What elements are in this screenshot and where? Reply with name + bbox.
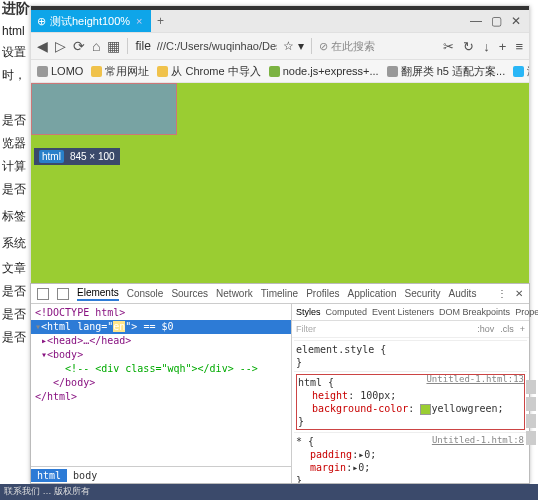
restore-button[interactable]: ↻ bbox=[463, 39, 474, 54]
page-footer: 联系我们 … 版权所有 bbox=[0, 484, 538, 500]
page-viewport: html 845 × 100 bbox=[31, 83, 529, 283]
dom-line[interactable]: <!DOCTYPE html> bbox=[31, 306, 291, 320]
bookmark-label: 从 Chrome 中导入 bbox=[171, 64, 260, 79]
separator bbox=[311, 38, 312, 54]
dom-line-selected[interactable]: ▾<html lang="en"> == $0 bbox=[31, 320, 291, 334]
crumb-body[interactable]: body bbox=[67, 469, 103, 482]
bm-node[interactable]: node.js+express+... bbox=[269, 65, 379, 77]
sidebar-line: 设置 bbox=[2, 44, 30, 61]
speed-dial-button[interactable]: ▦ bbox=[107, 38, 120, 54]
sidebar-line: 览器 bbox=[2, 135, 30, 152]
styles-pane: Styles Computed Event Listeners DOM Brea… bbox=[292, 304, 529, 483]
sidetab-props[interactable]: Properties bbox=[515, 307, 538, 317]
sidetab-styles[interactable]: Styles bbox=[296, 307, 321, 317]
thumbnail-strip bbox=[526, 380, 536, 445]
search-placeholder[interactable]: 在此搜索 bbox=[331, 39, 375, 54]
favicon-icon bbox=[37, 66, 48, 77]
dom-tree-pane: <!DOCTYPE html> ▾<html lang="en"> == $0 … bbox=[31, 304, 292, 483]
globe-icon: ⊕ bbox=[37, 15, 46, 28]
back-button[interactable]: ◀ bbox=[37, 38, 48, 54]
css-rule[interactable]: Untitled-1.html:8 * { padding:▸0; margin… bbox=[294, 432, 527, 483]
tab-audits[interactable]: Audits bbox=[449, 288, 477, 299]
breadcrumb: html body bbox=[31, 466, 291, 483]
dom-line[interactable]: </body> bbox=[31, 376, 291, 390]
devtools-menu-icon[interactable]: ⋮ bbox=[497, 288, 507, 299]
bookmark-star-icon[interactable]: ☆ bbox=[283, 39, 294, 53]
dom-line[interactable]: <!-- <div class="wqh"></div> --> bbox=[31, 362, 291, 376]
sidebar-heading: 进阶 bbox=[2, 0, 30, 18]
bm-manyi[interactable]: 满意家居电商平台... bbox=[513, 64, 529, 79]
color-swatch-icon[interactable] bbox=[420, 404, 431, 415]
bookmark-label: 翻屏类 h5 适配方案... bbox=[401, 64, 506, 79]
filter-input[interactable]: Filter bbox=[296, 324, 316, 334]
thumb[interactable] bbox=[526, 380, 536, 394]
tab-title: 测试height100% bbox=[50, 14, 130, 29]
sidebar-line: 是否 bbox=[2, 112, 30, 129]
url-scheme: file bbox=[135, 39, 150, 53]
bm-h5[interactable]: 翻屏类 h5 适配方案... bbox=[387, 64, 506, 79]
dom-line[interactable]: ▾<body> bbox=[31, 348, 291, 362]
browser-tab-active[interactable]: ⊕ 测试height100% × bbox=[31, 10, 151, 32]
sidetab-listeners[interactable]: Event Listeners bbox=[372, 307, 434, 317]
sidetab-computed[interactable]: Computed bbox=[326, 307, 368, 317]
dom-line[interactable]: ▸<head>…</head> bbox=[31, 334, 291, 348]
forward-button[interactable]: ▷ bbox=[55, 38, 66, 54]
new-tab-button[interactable]: + bbox=[151, 10, 171, 32]
thumb[interactable] bbox=[526, 414, 536, 428]
thumb[interactable] bbox=[526, 431, 536, 445]
thumb[interactable] bbox=[526, 397, 536, 411]
rule-close: } bbox=[298, 415, 523, 428]
tab-network[interactable]: Network bbox=[216, 288, 253, 299]
css-rule[interactable]: element.style { } bbox=[294, 340, 527, 371]
downloads-button[interactable]: ↓ bbox=[483, 39, 490, 54]
bm-lomo[interactable]: LOMO bbox=[37, 65, 83, 77]
tab-close-icon[interactable]: × bbox=[134, 15, 144, 27]
bm-common[interactable]: 常用网址 bbox=[91, 64, 149, 79]
css-rule[interactable]: Untitled-1.html:13 html { height: 100px;… bbox=[294, 371, 527, 432]
tab-application[interactable]: Application bbox=[348, 288, 397, 299]
folder-icon bbox=[157, 66, 168, 77]
sidebar-line: 系统 bbox=[2, 235, 30, 252]
tab-security[interactable]: Security bbox=[404, 288, 440, 299]
tab-sources[interactable]: Sources bbox=[171, 288, 208, 299]
rule-source-link[interactable]: Untitled-1.html:8 bbox=[432, 434, 524, 447]
new-rule-button[interactable]: + bbox=[520, 324, 525, 334]
bm-chrome[interactable]: 从 Chrome 中导入 bbox=[157, 64, 260, 79]
home-button[interactable]: ⌂ bbox=[92, 38, 100, 54]
reload-button[interactable]: ⟳ bbox=[73, 38, 85, 54]
menu-button[interactable]: ≡ bbox=[515, 39, 523, 54]
tab-console[interactable]: Console bbox=[127, 288, 164, 299]
crumb-html[interactable]: html bbox=[31, 469, 67, 482]
minimize-button[interactable]: — bbox=[470, 14, 482, 28]
cls-toggle[interactable]: .cls bbox=[500, 324, 514, 334]
tab-elements[interactable]: Elements bbox=[77, 287, 119, 301]
hov-toggle[interactable]: :hov bbox=[477, 324, 494, 334]
maximize-button[interactable]: ▢ bbox=[491, 14, 502, 28]
sidebar-line: 计算 bbox=[2, 158, 30, 175]
favicon-icon bbox=[513, 66, 524, 77]
address-input[interactable] bbox=[155, 39, 279, 53]
sidebar-line: 是否 bbox=[2, 181, 30, 198]
favicon-icon bbox=[387, 66, 398, 77]
inspected-element-highlight bbox=[31, 83, 177, 135]
close-window-button[interactable]: ✕ bbox=[511, 14, 521, 28]
sidetab-dombp[interactable]: DOM Breakpoints bbox=[439, 307, 510, 317]
sidebar-line: 是否 bbox=[2, 306, 30, 323]
dom-line[interactable]: </html> bbox=[31, 390, 291, 404]
favicon-icon bbox=[269, 66, 280, 77]
extensions-button[interactable]: + bbox=[499, 39, 507, 54]
inspect-element-icon[interactable] bbox=[37, 288, 49, 300]
tab-timeline[interactable]: Timeline bbox=[261, 288, 298, 299]
rule-source-link[interactable]: Untitled-1.html:13 bbox=[426, 373, 524, 386]
sidebar-line: 文章 bbox=[2, 260, 30, 277]
tab-profiles[interactable]: Profiles bbox=[306, 288, 339, 299]
devtools-close-icon[interactable]: ✕ bbox=[515, 288, 523, 299]
rule-selector: element.style { bbox=[296, 343, 525, 356]
element-size-tooltip: html 845 × 100 bbox=[34, 148, 120, 165]
devtools-panel: Elements Console Sources Network Timelin… bbox=[30, 283, 530, 484]
address-dropdown-icon[interactable]: ▾ bbox=[298, 39, 304, 53]
search-engine-icon[interactable]: ⊘ bbox=[319, 40, 328, 53]
screenshot-button[interactable]: ✂ bbox=[443, 39, 454, 54]
device-toolbar-icon[interactable] bbox=[57, 288, 69, 300]
dom-tree[interactable]: <!DOCTYPE html> ▾<html lang="en"> == $0 … bbox=[31, 304, 291, 466]
